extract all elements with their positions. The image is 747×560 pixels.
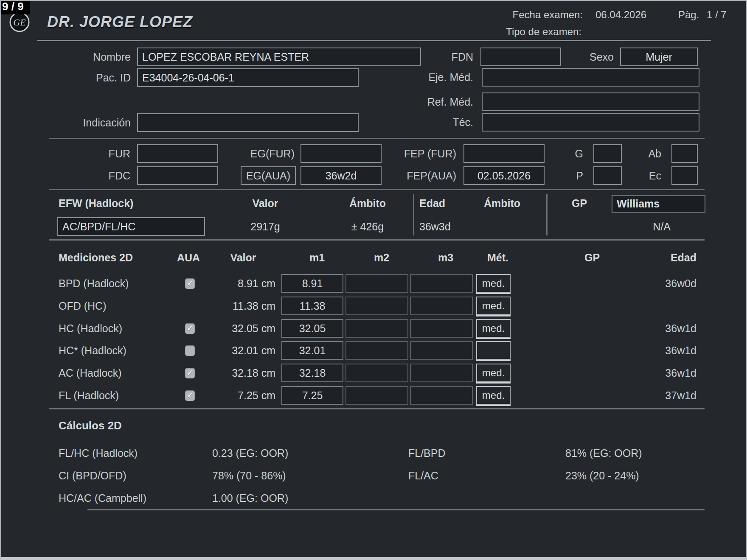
m3-field[interactable] [410,341,473,360]
efw-edad-value: 36w3d [419,221,451,233]
m1-field[interactable]: 32.05 [281,319,343,338]
indication-label: Indicación [25,113,131,132]
fep-fur-label: FEP (FUR) [371,144,456,163]
calc-label: FL/HC (Hadlock) [59,446,138,460]
m3-field[interactable] [410,386,473,405]
sex-field[interactable]: Mujer [620,48,698,66]
ectopic-label: Ec [576,166,661,185]
name-field[interactable]: LOPEZ ESCOBAR REYNA ESTER [137,48,421,66]
calc-label: FL/AC [408,468,438,483]
table-row: FL (Hadlock) 7.25 cm 7.25 med. 37w1d [1,386,747,405]
method-button[interactable]: med. [476,386,511,405]
section-divider [49,189,705,190]
method-button[interactable]: med. [476,274,511,293]
patient-id-field[interactable]: E34004-26-04-06-1 [137,68,359,87]
calc-label: HC/AC (Campbell) [59,491,146,505]
table-row: HC (Hadlock) 32.05 cm 32.05 med. 36w1d [1,319,747,338]
calc-value: 23% (20 - 24%) [565,468,639,483]
section-divider [49,408,705,409]
efw-valor-header: Valor [223,197,308,210]
measurement-label: OFD (HC) [59,297,106,316]
sex-label: Sexo [529,48,614,66]
efw-gp-method-field[interactable]: Williams [612,195,705,213]
ectopic-field[interactable] [671,166,698,185]
m2-field[interactable] [345,341,408,360]
efw-vertical-divider [413,194,414,235]
col-gp: GP [571,252,613,264]
fdc-label: FDC [45,166,130,185]
measurements-title: Mediciones 2D [59,252,133,264]
m3-field[interactable] [410,364,473,382]
efw-formula-field[interactable]: AC/BPD/FL/HC [57,217,205,236]
measurement-value: 32.05 cm [191,319,275,338]
calc-label: FL/BPD [408,446,446,460]
abortions-field[interactable] [671,144,698,163]
referring-md-label: Ref. Méd. [388,92,473,111]
m1-field[interactable]: 8.91 [281,274,343,293]
section-divider [49,138,705,139]
table-row: HC* (Hadlock) 32.01 cm 32.01 36w1d [1,341,747,360]
page-indicator: 9 / 9 [0,0,30,14]
eg-aua-field[interactable]: 36w2d [300,166,382,185]
calc-value: 0.23 (EG: OOR) [212,446,288,460]
col-valor: Valor [201,252,286,264]
measurement-value: 8.91 cm [191,274,275,293]
svg-text:GE: GE [13,17,26,28]
performing-md-label: Eje. Méd. [388,68,473,87]
page-value: 1 / 7 [707,9,727,21]
indication-field[interactable] [137,113,359,132]
m2-field[interactable] [345,274,408,293]
method-button[interactable] [476,341,511,360]
m3-field[interactable] [410,297,473,315]
measurement-label: HC (Hadlock) [59,319,122,338]
m2-field[interactable] [345,297,408,315]
report-window: 9 / 9 GE DR. JORGE LOPEZ Fecha examen: 0… [0,0,747,560]
edad-value: 36w0d [634,274,696,293]
measurement-value: 32.18 cm [191,364,275,383]
m1-field[interactable]: 32.01 [281,341,343,360]
measurement-label: HC* (Hadlock) [59,341,126,360]
col-met: Mét. [477,252,519,264]
fur-field[interactable] [137,144,218,163]
table-row: OFD (HC) 11.38 cm 11.38 med. [1,297,747,316]
tech-label: Téc. [388,113,473,132]
exam-date-label: Fecha examen: [443,9,583,21]
para-label: P [498,166,583,185]
efw-ambito-value: ± 426g [325,221,410,233]
m1-field[interactable]: 32.18 [281,364,343,382]
patient-id-label: Pac. ID [25,68,131,87]
birthdate-label: FDN [388,48,473,66]
m1-field[interactable]: 7.25 [281,386,343,405]
eg-aua-button[interactable]: EG(AUA) [241,166,296,185]
edad-value: 37w1d [634,386,696,405]
tech-field[interactable] [482,113,699,132]
method-button[interactable]: med. [476,297,511,315]
efw-vertical-divider [546,194,548,235]
m1-field[interactable]: 11.38 [281,297,343,315]
fdc-field[interactable] [137,166,218,185]
method-button[interactable]: med. [476,364,511,382]
efw-gp-header: GP [572,197,587,210]
exam-type-label: Tipo de examen: [443,26,581,38]
m3-field[interactable] [410,319,473,338]
page-label: Pàg. [678,9,699,21]
measurement-value: 32.01 cm [191,341,275,360]
m2-field[interactable] [345,319,408,338]
calc-value: 78% (70 - 86%) [212,468,286,483]
measurement-label: FL (Hadlock) [59,386,119,405]
measurement-label: AC (Hadlock) [59,364,122,383]
name-label: Nombre [25,48,131,66]
m2-field[interactable] [345,386,408,405]
eg-fur-label: EG(FUR) [210,144,295,163]
table-row: BPD (Hadlock) 8.91 cm 8.91 med. 36w0d [1,274,747,293]
referring-md-field[interactable] [482,92,699,111]
efw-ambito2-header: Ámbito [460,197,545,210]
efw-gp-value: N/A [619,221,704,233]
m3-field[interactable] [410,274,473,293]
eg-fur-field[interactable] [300,144,382,163]
method-button[interactable]: med. [476,319,511,338]
m2-field[interactable] [345,364,408,382]
calculations-title: Cálculos 2D [59,419,122,432]
performing-md-field[interactable] [482,68,699,87]
section-divider [49,239,705,241]
